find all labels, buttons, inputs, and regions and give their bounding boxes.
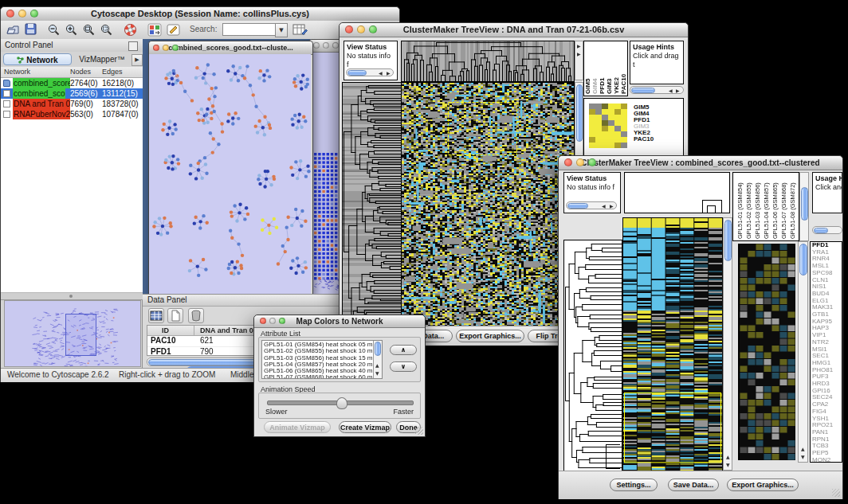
annotation-icon[interactable] [167, 23, 181, 40]
attribute-browser-icon[interactable] [292, 23, 308, 40]
gene-label[interactable]: MON2 [812, 457, 842, 463]
new-attribute-icon[interactable] [167, 308, 183, 323]
treeview1-heatmap[interactable] [401, 82, 575, 327]
zoom-in-icon[interactable] [65, 23, 78, 40]
attribute-listbox[interactable]: GPL51-01 (GSM854) heat shock 05 minGPL51… [261, 340, 383, 379]
vizmapper-icon[interactable] [147, 23, 162, 40]
treeview1-matrix-heatmap[interactable] [589, 104, 627, 148]
close-icon[interactable] [564, 158, 572, 166]
search-input[interactable] [222, 23, 277, 36]
minimize-icon[interactable] [163, 45, 169, 51]
minimize-icon[interactable] [323, 42, 329, 49]
zoom-window-icon[interactable] [279, 318, 285, 324]
column-label[interactable]: GIM4 [592, 43, 599, 94]
window-controls[interactable] [6, 10, 38, 18]
attribute-select-icon[interactable] [148, 308, 164, 323]
network-view[interactable] [149, 54, 311, 294]
zoom-out-icon[interactable] [47, 23, 61, 40]
network-row[interactable]: DNA and Tran 07769(0)183728(0) [1, 99, 143, 109]
zoom-fit-icon[interactable] [82, 23, 96, 40]
create-vizmap-button[interactable]: Create Vizmap [339, 421, 391, 433]
column-label[interactable]: GPL51-04 (GSM857) [761, 174, 770, 239]
animation-speed-slider[interactable] [267, 400, 414, 405]
network-row[interactable]: combined_sco2569(6)13112(15) [1, 88, 143, 99]
slider-thumb[interactable] [336, 397, 347, 409]
export-graphics-button[interactable]: Export Graphics... [456, 330, 524, 342]
zoom-window-icon[interactable] [172, 45, 179, 51]
close-icon[interactable] [313, 42, 320, 49]
treeview2-zoom-heatmap[interactable] [738, 244, 795, 460]
gene-list-scrollbar[interactable]: ▲ ▼ [798, 241, 808, 463]
treeview2-labels-vscrollbar[interactable] [799, 172, 809, 241]
matrix-label[interactable]: PAC10 [634, 136, 654, 143]
network-window-titlebar[interactable]: combined_scores_good.txt--cluste... [149, 41, 312, 55]
attribute-list-scrollbar[interactable]: ▲ ▼ [373, 341, 382, 378]
save-session-icon[interactable] [25, 23, 37, 39]
tab-network[interactable]: Network [3, 53, 72, 65]
tab-vizmapper[interactable]: VizMapper™ [74, 53, 130, 65]
column-label[interactable]: GPL51-06 (GSM865) [770, 174, 779, 239]
view-status-scrollbar[interactable]: ◀ ▶ [346, 68, 394, 76]
close-icon[interactable] [153, 45, 159, 51]
help-icon[interactable] [124, 23, 137, 40]
tab-overflow-arrow[interactable]: ▶ [132, 54, 143, 66]
search-dropdown-icon[interactable]: ▼ [275, 23, 288, 37]
usage-hints-scrollbar[interactable] [812, 226, 842, 234]
column-label[interactable]: GPL51-02 (GSM855) [744, 174, 752, 239]
close-icon[interactable] [345, 25, 353, 33]
network-row[interactable]: RNAPuberNov2+563(0)107847(0) [1, 109, 143, 119]
column-label[interactable]: GIM3 [607, 43, 613, 94]
panel-divider[interactable] [1, 292, 143, 300]
treeview2-heatmap[interactable] [622, 217, 724, 472]
main-titlebar[interactable]: Cytoscape Desktop (Session Name: collins… [1, 7, 399, 21]
minimize-icon[interactable] [576, 158, 584, 166]
network-nodes: 769(0) [70, 99, 93, 109]
network-table-header[interactable]: Network Nodes Edges [1, 67, 143, 78]
zoom-window-icon[interactable] [588, 158, 596, 166]
treeview2-row-dendrogram[interactable] [563, 240, 622, 472]
minimize-icon[interactable] [18, 10, 26, 18]
network-row[interactable]: combined_scores2764(0)16218(0) [1, 78, 143, 88]
treeview1-strip-scrollbar[interactable]: ▶ ▶ [575, 41, 583, 80]
treeview2-vscrollbar[interactable]: ▲ ▼ [723, 217, 732, 471]
open-file-icon[interactable] [6, 23, 21, 39]
column-label[interactable]: GPL51-03 (GSM856) [752, 174, 761, 239]
zoom-window-icon[interactable] [332, 42, 339, 49]
column-label[interactable]: GPL51-07 (GSM868) [779, 174, 787, 239]
minimize-icon[interactable] [357, 25, 365, 33]
move-up-button[interactable]: ∧ [390, 345, 417, 355]
animate-vizmap-button[interactable]: Animate Vizmap [264, 421, 331, 433]
settings-button[interactable]: Settings... [610, 479, 658, 491]
view-status-scrollbar[interactable]: ◀ ▶ [566, 201, 617, 209]
resize-grip[interactable] [415, 427, 423, 435]
float-panel-icon[interactable] [128, 41, 138, 51]
zoom-window-icon[interactable] [369, 25, 377, 33]
column-label[interactable]: PAC10 [621, 43, 627, 94]
column-label[interactable]: GPL51-08 (GSM872) [787, 174, 796, 239]
close-icon[interactable] [260, 318, 266, 324]
column-label[interactable]: GPL51-01 (GSM854) [735, 174, 744, 239]
resize-grip[interactable] [832, 489, 840, 497]
treeview2-titlebar[interactable]: ClusterMaker TreeView : combined_scores_… [559, 156, 842, 170]
attribute-item[interactable]: GPL51-07 (GSM868) heat shock 60 min [264, 374, 382, 379]
usage-hints-scrollbar[interactable]: ◀ ▶ [630, 86, 684, 94]
zoom-selected-icon[interactable] [100, 23, 113, 40]
minimize-icon[interactable] [269, 318, 276, 324]
dialog-titlebar[interactable]: Map Colors to Network [254, 315, 425, 328]
column-label[interactable]: YKE2 [614, 43, 620, 94]
close-icon[interactable] [6, 10, 14, 18]
export-graphics-button[interactable]: Export Graphics... [727, 479, 799, 491]
delete-attribute-icon[interactable] [188, 308, 204, 323]
zoom-window-icon[interactable] [30, 10, 38, 18]
save-data-button[interactable]: Save Data... [668, 479, 719, 491]
treeview2-column-dendrogram[interactable] [624, 172, 730, 213]
move-down-button[interactable]: ∨ [390, 361, 417, 372]
network-view-window[interactable]: combined_scores_good.txt--cluste... [148, 41, 313, 294]
treeview1-column-dendrogram[interactable] [401, 41, 575, 82]
column-label[interactable]: GIM5 [585, 43, 591, 94]
treeview1-row-dendrogram[interactable] [342, 82, 402, 327]
birdseye-view[interactable] [4, 300, 141, 367]
column-label[interactable]: PFD1 [599, 43, 606, 94]
divider-handle-icon[interactable] [69, 295, 73, 298]
treeview1-titlebar[interactable]: ClusterMaker TreeView : DNA and Tran 07-… [340, 23, 688, 37]
